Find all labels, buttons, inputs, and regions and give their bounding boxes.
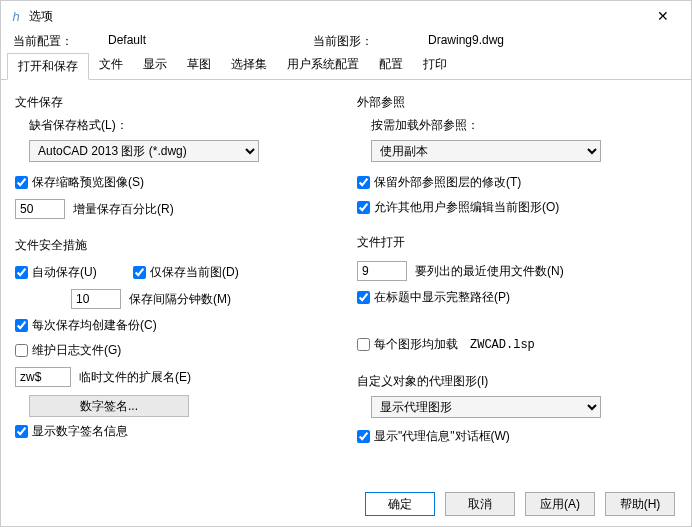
help-button[interactable]: 帮助(H) xyxy=(605,492,675,516)
titlebar: h 选项 ✕ xyxy=(1,1,691,31)
ok-button[interactable]: 确定 xyxy=(365,492,435,516)
drawing-value: Drawing9.dwg xyxy=(428,33,504,50)
allow-others-edit-checkbox[interactable]: 允许其他用户参照编辑当前图形(O) xyxy=(357,199,559,216)
profile-label: 当前配置： xyxy=(13,33,108,50)
digital-signature-button[interactable]: 数字签名... xyxy=(29,395,189,417)
options-dialog: h 选项 ✕ 当前配置： Default 当前图形： Drawing9.dwg … xyxy=(0,0,692,527)
load-lsp-checkbox[interactable]: 每个图形均加载 xyxy=(357,336,458,353)
keep-xref-layers-checkbox[interactable]: 保留外部参照图层的修改(T) xyxy=(357,174,521,191)
incremental-save-input[interactable] xyxy=(15,199,65,219)
recent-files-label: 要列出的最近使用文件数(N) xyxy=(415,263,564,280)
keep-xref-layers-input[interactable] xyxy=(357,176,370,189)
temp-ext-input[interactable] xyxy=(15,367,71,387)
file-save-title: 文件保存 xyxy=(15,94,335,111)
xref-load-select[interactable]: 使用副本 xyxy=(371,140,601,162)
lsp-filename: ZWCAD.lsp xyxy=(470,338,535,352)
profile-value: Default xyxy=(108,33,313,50)
load-lsp-input[interactable] xyxy=(357,338,370,351)
dialog-buttons: 确定 取消 应用(A) 帮助(H) xyxy=(1,482,691,526)
info-row: 当前配置： Default 当前图形： Drawing9.dwg xyxy=(1,31,691,52)
show-full-path-checkbox[interactable]: 在标题中显示完整路径(P) xyxy=(357,289,510,306)
tab-display[interactable]: 显示 xyxy=(133,52,177,79)
save-format-select[interactable]: AutoCAD 2013 图形 (*.dwg) xyxy=(29,140,259,162)
save-current-only-input[interactable] xyxy=(133,266,146,279)
proxy-title: 自定义对象的代理图形(I) xyxy=(357,373,677,390)
tab-content: 文件保存 缺省保存格式(L)： AutoCAD 2013 图形 (*.dwg) … xyxy=(1,80,691,482)
apply-button[interactable]: 应用(A) xyxy=(525,492,595,516)
app-icon: h xyxy=(9,9,23,23)
tab-drafting[interactable]: 草图 xyxy=(177,52,221,79)
tab-open-save[interactable]: 打开和保存 xyxy=(7,53,89,80)
show-full-path-input[interactable] xyxy=(357,291,370,304)
tab-plot[interactable]: 打印 xyxy=(413,52,457,79)
show-sig-info-input[interactable] xyxy=(15,425,28,438)
maintain-log-checkbox[interactable]: 维护日志文件(G) xyxy=(15,342,121,359)
close-button[interactable]: ✕ xyxy=(643,8,683,24)
save-thumbnail-checkbox[interactable]: 保存缩略预览图像(S) xyxy=(15,174,144,191)
minutes-input[interactable] xyxy=(71,289,121,309)
tab-files[interactable]: 文件 xyxy=(89,52,133,79)
tab-bar: 打开和保存 文件 显示 草图 选择集 用户系统配置 配置 打印 xyxy=(1,52,691,80)
tab-profiles[interactable]: 配置 xyxy=(369,52,413,79)
temp-ext-label: 临时文件的扩展名(E) xyxy=(79,369,191,386)
create-backup-checkbox[interactable]: 每次保存均创建备份(C) xyxy=(15,317,157,334)
show-proxy-dialog-input[interactable] xyxy=(357,430,370,443)
maintain-log-input[interactable] xyxy=(15,344,28,357)
xref-sub: 按需加载外部参照： xyxy=(371,117,677,134)
show-proxy-dialog-checkbox[interactable]: 显示"代理信息"对话框(W) xyxy=(357,428,510,445)
right-column: 外部参照 按需加载外部参照： 使用副本 保留外部参照图层的修改(T) 允许其他用… xyxy=(357,90,677,476)
save-thumbnail-input[interactable] xyxy=(15,176,28,189)
save-current-only-checkbox[interactable]: 仅保存当前图(D) xyxy=(133,264,239,281)
xref-title: 外部参照 xyxy=(357,94,677,111)
cancel-button[interactable]: 取消 xyxy=(445,492,515,516)
show-sig-info-checkbox[interactable]: 显示数字签名信息 xyxy=(15,423,128,440)
incremental-save-label: 增量保存百分比(R) xyxy=(73,201,174,218)
safety-title: 文件安全措施 xyxy=(15,237,335,254)
default-format-label: 缺省保存格式(L)： xyxy=(29,117,335,134)
create-backup-input[interactable] xyxy=(15,319,28,332)
tab-user-prefs[interactable]: 用户系统配置 xyxy=(277,52,369,79)
allow-others-edit-input[interactable] xyxy=(357,201,370,214)
auto-save-input[interactable] xyxy=(15,266,28,279)
auto-save-checkbox[interactable]: 自动保存(U) xyxy=(15,264,125,281)
tab-selection[interactable]: 选择集 xyxy=(221,52,277,79)
left-column: 文件保存 缺省保存格式(L)： AutoCAD 2013 图形 (*.dwg) … xyxy=(15,90,335,476)
recent-files-input[interactable] xyxy=(357,261,407,281)
window-title: 选项 xyxy=(29,8,53,25)
minutes-label: 保存间隔分钟数(M) xyxy=(129,291,231,308)
drawing-label: 当前图形： xyxy=(313,33,428,50)
file-open-title: 文件打开 xyxy=(357,234,677,251)
proxy-graphics-select[interactable]: 显示代理图形 xyxy=(371,396,601,418)
